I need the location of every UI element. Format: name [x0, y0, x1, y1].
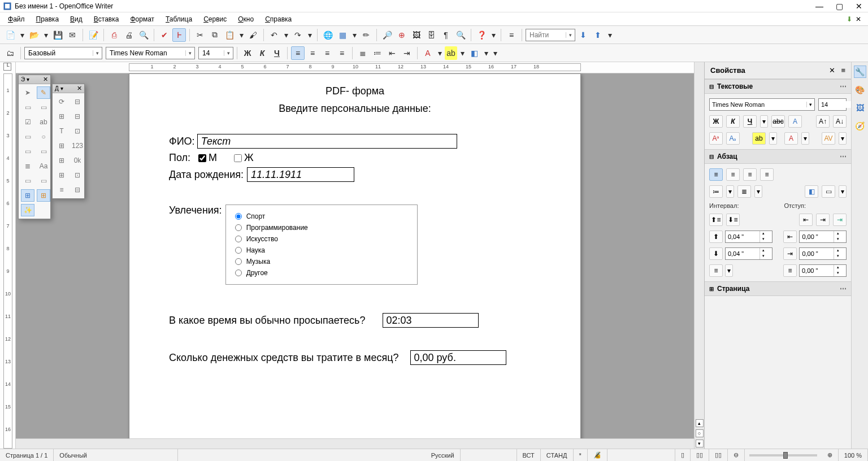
styles-window-button[interactable]: 🗂 — [3, 46, 17, 60]
nav-object-button[interactable]: ○ — [696, 429, 704, 437]
bullets-button[interactable]: ≔ — [371, 46, 384, 60]
font-size-combo[interactable]: ▾ — [198, 47, 233, 59]
toolbox2-close[interactable]: ✕ — [77, 85, 82, 92]
vruler-scale[interactable]: 1 2 3 4 5 6 7 8 9 10 11 12 13 14 15 16 — [3, 73, 12, 449]
print-button[interactable]: 🖨 — [122, 28, 136, 42]
sb-font-input[interactable] — [710, 101, 806, 108]
maximize-button[interactable]: ▢ — [836, 2, 843, 11]
linespacing-button[interactable]: ≡ — [709, 264, 723, 277]
vertical-scrollbar[interactable]: ▴ ○ ▾ — [694, 62, 704, 449]
align-center-button[interactable]: ≡ — [306, 46, 319, 60]
highlight-dropdown[interactable]: ▾ — [458, 46, 466, 60]
menu-table[interactable]: Таблица — [161, 14, 197, 24]
control-7[interactable]: ▭ — [21, 145, 34, 158]
sb-indent-first[interactable]: ▴▾ — [799, 264, 847, 277]
highlight-button[interactable]: ab — [445, 46, 457, 60]
sb-shadow[interactable]: A — [788, 115, 802, 128]
view-multi[interactable]: ▯▯ — [691, 449, 709, 461]
view-single[interactable]: ▯ — [675, 449, 691, 461]
tab-navigator[interactable]: 🧭 — [854, 120, 866, 132]
tab-gallery[interactable]: 🖼 — [854, 102, 866, 114]
open-button[interactable]: 📂 — [27, 28, 41, 42]
sb-align-justify[interactable]: ≡ — [760, 168, 774, 181]
status-style[interactable]: Обычный — [54, 449, 178, 461]
new-doc-button[interactable]: 📄 — [3, 28, 17, 42]
sb-underline-dd[interactable]: ▾ — [760, 115, 768, 128]
wake-field[interactable]: 02:03 — [383, 313, 479, 328]
sb-spacing-dd[interactable]: ▾ — [839, 132, 847, 145]
menu-format[interactable]: Формат — [125, 14, 159, 24]
status-signature[interactable]: 🔏 — [588, 449, 607, 461]
toolbar2-overflow[interactable]: ▾ — [491, 46, 499, 60]
indent-dec-button[interactable]: ⇤ — [385, 46, 399, 60]
bold-button[interactable]: Ж — [241, 46, 254, 60]
toolbar1-overflow[interactable]: ▾ — [606, 28, 614, 42]
find-button[interactable]: 🔎 — [380, 28, 394, 42]
select-tool[interactable]: ➤ — [21, 86, 34, 99]
sb-fontcolor[interactable]: A — [784, 132, 798, 145]
underline-button[interactable]: Ч — [270, 46, 284, 60]
zoom-out[interactable]: ⊖ — [728, 449, 745, 461]
cut-button[interactable]: ✂ — [193, 28, 207, 42]
control-14[interactable]: ⊞ — [37, 189, 50, 202]
bg-color-dropdown[interactable]: ▾ — [482, 46, 490, 60]
find-next-button[interactable]: ⬇ — [576, 28, 590, 42]
table-button[interactable]: ▦ — [336, 28, 349, 42]
indent-inc-button[interactable]: ⇥ — [400, 46, 414, 60]
sb-space-below[interactable]: ▴▾ — [725, 247, 772, 260]
font-name-arrow[interactable]: ▾ — [185, 50, 194, 56]
menu-window[interactable]: Окно — [233, 14, 258, 24]
mcontrol-3[interactable]: ⊞ — [55, 110, 68, 123]
find-input[interactable] — [526, 29, 566, 41]
horizontal-scrollbar[interactable] — [16, 438, 694, 449]
navigator-button[interactable]: ⊕ — [395, 28, 409, 42]
document-area[interactable]: PDF- форма Введите персональные данные: … — [16, 73, 694, 438]
sb-numbering-dd[interactable]: ▾ — [754, 185, 762, 198]
more-controls-toolbox[interactable]: Д▾✕ ⟳ ⊟ ⊞ ⊟ T ⊡ ⊞ 123 ⊞ 0k ⊞ ⊡ ≡ ⊟ — [52, 84, 85, 199]
toolbox2-menu-icon[interactable]: ▾ — [60, 85, 63, 92]
close-button[interactable]: ✕ — [856, 2, 862, 11]
align-right-button[interactable]: ≡ — [320, 46, 334, 60]
tab-stop-indicator[interactable]: └ — [3, 63, 11, 71]
page-section-more[interactable]: ⋯ — [840, 285, 847, 293]
sb-align-left[interactable]: ≡ — [709, 168, 723, 181]
sb-highlight-dd[interactable]: ▾ — [769, 132, 777, 145]
mcontrol-12[interactable]: ⊡ — [71, 169, 84, 181]
status-outline[interactable] — [607, 449, 675, 461]
text-section-collapse[interactable]: ⊟ — [709, 84, 714, 90]
control-12[interactable]: ▭ — [37, 175, 50, 187]
sb-bullets-dd[interactable]: ▾ — [726, 185, 734, 198]
preview-button[interactable]: 🔍 — [137, 28, 150, 42]
control-2[interactable]: ▭ — [37, 101, 50, 114]
paragraph-style-arrow[interactable]: ▾ — [93, 50, 102, 56]
hobby-radio-0[interactable] — [235, 213, 242, 220]
menu-tools[interactable]: Сервис — [199, 14, 231, 24]
font-size-arrow[interactable]: ▾ — [224, 50, 233, 56]
zoom-button[interactable]: 🔍 — [454, 28, 467, 42]
zoom-value[interactable]: 100 % — [839, 449, 868, 461]
hobby-radio-3[interactable] — [235, 247, 242, 254]
sb-underline[interactable]: Ч — [743, 115, 757, 128]
mcontrol-10[interactable]: 0k — [71, 154, 84, 167]
form-controls-toolbox[interactable]: Э▾✕ ➤ ✎ ▭ ▭ ☑ ab ▭ ○ ▭ ▭ ≣ Aa ▭ ▭ ⊞ — [18, 75, 51, 219]
hobby-radio-4[interactable] — [235, 258, 242, 265]
autospell-button[interactable]: Ⱶ — [172, 28, 186, 42]
update-icon[interactable]: ⬇ — [847, 15, 852, 23]
control-11[interactable]: ▭ — [21, 175, 34, 187]
toolbox1-close[interactable]: ✕ — [43, 76, 48, 83]
gender-m-checkbox[interactable] — [198, 154, 206, 162]
text-section-more[interactable]: ⋯ — [840, 82, 847, 90]
control-3[interactable]: ☑ — [21, 116, 34, 128]
dob-field[interactable]: 11.11.1911 — [247, 167, 354, 182]
styles-button[interactable]: ≡ — [505, 28, 518, 42]
mcontrol-1[interactable]: ⟳ — [55, 95, 68, 108]
mcontrol-4[interactable]: ⊟ — [71, 110, 84, 123]
control-9[interactable]: ≣ — [21, 160, 34, 172]
money-field[interactable]: 0,00 руб. — [410, 350, 506, 365]
format-paint-button[interactable]: 🖌 — [246, 28, 260, 42]
sb-align-center[interactable]: ≡ — [726, 168, 740, 181]
mcontrol-13[interactable]: ≡ — [55, 184, 68, 196]
status-lang[interactable]: Русский — [426, 449, 461, 461]
font-color-button[interactable]: A — [421, 46, 435, 60]
redo-dropdown[interactable]: ▾ — [306, 28, 314, 42]
